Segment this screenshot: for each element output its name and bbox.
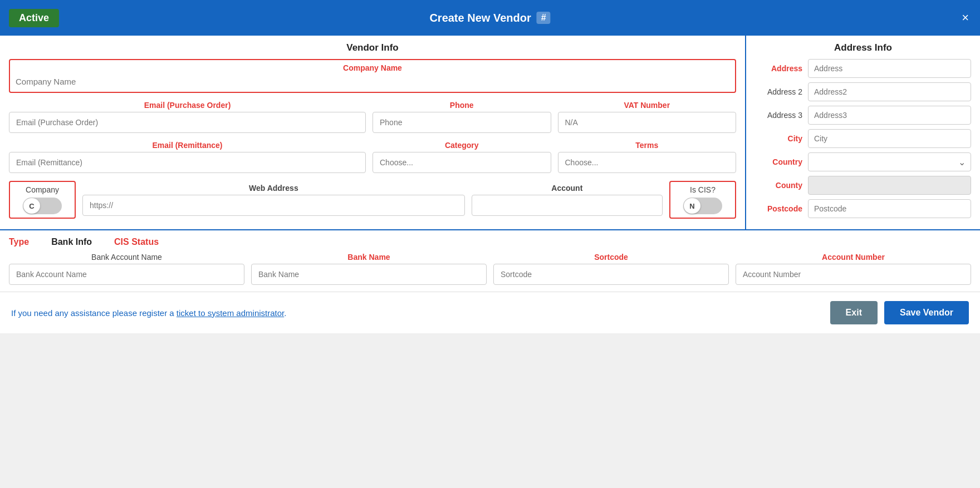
sortcode-label: Sortcode bbox=[493, 253, 729, 262]
footer: If you need any assistance please regist… bbox=[0, 292, 980, 333]
exit-button[interactable]: Exit bbox=[830, 301, 878, 324]
account-number-label: Account Number bbox=[736, 253, 971, 262]
email-rem-input[interactable] bbox=[9, 152, 366, 173]
address-input[interactable] bbox=[808, 59, 971, 78]
header-hash-icon: # bbox=[537, 12, 551, 24]
save-vendor-button[interactable]: Save Vendor bbox=[884, 301, 969, 324]
bank-info-section: Type Bank Info CIS Status Bank Account N… bbox=[0, 230, 980, 292]
terms-label: Terms bbox=[558, 141, 737, 150]
address-info-panel: Address Info Address Address 2 Address 3… bbox=[746, 36, 980, 229]
ticket-link[interactable]: ticket to system administrator bbox=[177, 308, 284, 318]
county-row: County bbox=[755, 176, 971, 195]
header: Active Create New Vendor # × bbox=[0, 0, 980, 36]
email-po-input[interactable] bbox=[9, 112, 366, 133]
company-name-label: Company Name bbox=[16, 63, 729, 72]
vat-label: VAT Number bbox=[558, 101, 737, 110]
address2-input[interactable] bbox=[808, 82, 971, 101]
bank-name-input[interactable] bbox=[251, 264, 487, 285]
account-group: Account bbox=[472, 184, 663, 216]
cis-status-label: CIS Status bbox=[114, 237, 159, 247]
footer-buttons: Exit Save Vendor bbox=[830, 301, 969, 324]
postcode-label: Postcode bbox=[755, 204, 802, 213]
vendor-info-panel: Vendor Info Company Name Email (Purchase… bbox=[0, 36, 746, 229]
bank-name-group: Bank Name bbox=[251, 253, 487, 285]
county-input bbox=[808, 176, 971, 195]
bank-account-name-group: Bank Account Name bbox=[9, 253, 244, 285]
type-label: Type bbox=[9, 237, 29, 247]
address-row-3: Address 3 bbox=[755, 106, 971, 125]
vendor-info-title: Vendor Info bbox=[9, 42, 736, 53]
category-input[interactable] bbox=[373, 152, 551, 173]
is-cis-label: Is CIS? bbox=[690, 185, 716, 194]
company-toggle-box: Company C bbox=[9, 181, 76, 219]
is-cis-toggle-switch[interactable]: N bbox=[683, 198, 722, 214]
company-toggle-thumb: C bbox=[23, 198, 40, 214]
company-name-input[interactable] bbox=[16, 75, 729, 88]
address-info-title: Address Info bbox=[755, 42, 971, 53]
account-number-input[interactable] bbox=[736, 264, 971, 285]
county-label: County bbox=[755, 181, 802, 190]
bank-name-label: Bank Name bbox=[251, 253, 487, 262]
period: . bbox=[284, 308, 286, 318]
top-section: Vendor Info Company Name Email (Purchase… bbox=[0, 36, 980, 230]
header-title-text: Create New Vendor bbox=[429, 12, 531, 24]
email-rem-cat-terms-row: Email (Remittance) Category Terms bbox=[9, 141, 736, 173]
web-address-input[interactable] bbox=[82, 195, 465, 216]
company-toggle-label: Company bbox=[26, 185, 59, 194]
toggle-row: Company C Web Address Account bbox=[9, 181, 736, 219]
address3-input[interactable] bbox=[808, 106, 971, 125]
active-badge: Active bbox=[9, 9, 59, 27]
postcode-row: Postcode bbox=[755, 199, 971, 218]
is-cis-toggle-thumb: N bbox=[684, 198, 700, 214]
account-input[interactable] bbox=[472, 195, 663, 216]
address3-label: Address 3 bbox=[755, 111, 802, 120]
sortcode-input[interactable] bbox=[493, 264, 729, 285]
company-name-field: Company Name bbox=[9, 59, 736, 93]
sortcode-group: Sortcode bbox=[493, 253, 729, 285]
email-rem-label: Email (Remittance) bbox=[9, 141, 366, 150]
close-button[interactable]: × bbox=[962, 11, 969, 25]
country-row: Country ⌄ bbox=[755, 152, 971, 171]
header-title: Create New Vendor # bbox=[429, 12, 550, 24]
city-label: City bbox=[755, 134, 802, 143]
postcode-input[interactable] bbox=[808, 199, 971, 218]
phone-input[interactable] bbox=[373, 112, 551, 133]
city-input[interactable] bbox=[808, 129, 971, 148]
vat-input[interactable] bbox=[558, 112, 737, 133]
email-po-group: Email (Purchase Order) bbox=[9, 101, 366, 133]
bank-fields-row: Bank Account Name Bank Name Sortcode Acc… bbox=[9, 253, 971, 285]
footer-assistance-text: If you need any assistance please regist… bbox=[11, 308, 286, 318]
email-rem-group: Email (Remittance) bbox=[9, 141, 366, 173]
bank-account-name-label: Bank Account Name bbox=[9, 253, 244, 262]
phone-group: Phone bbox=[373, 101, 551, 133]
bank-header: Type Bank Info CIS Status bbox=[9, 237, 971, 247]
is-cis-toggle-box: Is CIS? N bbox=[669, 181, 736, 219]
email-phone-vat-row: Email (Purchase Order) Phone VAT Number bbox=[9, 101, 736, 133]
assistance-prefix: If you need any assistance please regist… bbox=[11, 308, 177, 318]
bank-account-name-input[interactable] bbox=[9, 264, 244, 285]
terms-group: Terms bbox=[558, 141, 737, 173]
country-label: Country bbox=[755, 157, 802, 166]
terms-input[interactable] bbox=[558, 152, 737, 173]
city-row: City bbox=[755, 129, 971, 148]
email-po-label: Email (Purchase Order) bbox=[9, 101, 366, 110]
web-address-label: Web Address bbox=[82, 184, 465, 193]
vat-group: VAT Number bbox=[558, 101, 737, 133]
main-content: Vendor Info Company Name Email (Purchase… bbox=[0, 36, 980, 333]
category-label: Category bbox=[373, 141, 551, 150]
address-row-2: Address 2 bbox=[755, 82, 971, 101]
address-label: Address bbox=[755, 64, 802, 73]
account-number-group: Account Number bbox=[736, 253, 971, 285]
bank-info-label: Bank Info bbox=[51, 237, 92, 247]
country-select[interactable] bbox=[808, 152, 971, 171]
web-address-group: Web Address bbox=[82, 184, 465, 216]
account-label: Account bbox=[472, 184, 663, 193]
category-group: Category bbox=[373, 141, 551, 173]
address-row-1: Address bbox=[755, 59, 971, 78]
phone-label: Phone bbox=[373, 101, 551, 110]
company-toggle-switch[interactable]: C bbox=[23, 198, 62, 214]
address2-label: Address 2 bbox=[755, 87, 802, 96]
country-select-wrapper: ⌄ bbox=[808, 152, 971, 171]
